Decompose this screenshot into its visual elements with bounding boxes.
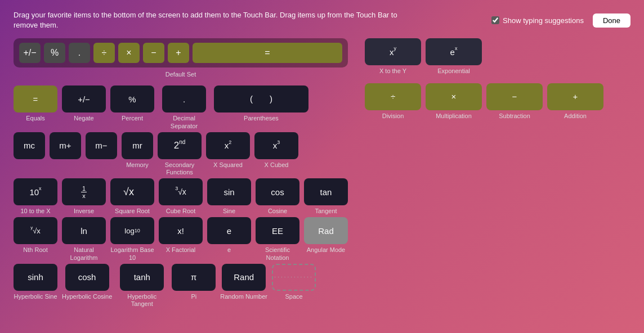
- exp-label: Exponential: [437, 68, 470, 75]
- log10-item: log10 Logarithm Base 10: [110, 217, 154, 261]
- left-panel: +/− % . ÷ × − + = Default Set = Equals +…: [14, 38, 348, 310]
- 10x-item: 10x 10 to the X: [14, 178, 57, 215]
- cosh-button[interactable]: cosh: [65, 264, 109, 291]
- space-button[interactable]: ············: [272, 264, 316, 291]
- typing-suggestions-checkbox[interactable]: [491, 16, 499, 24]
- default-set-bar: +/− % . ÷ × − + =: [14, 38, 348, 68]
- right-panel: xy X to the Y ex Exponential ÷ Division …: [365, 38, 630, 310]
- decimal-label: Decimal Separator: [159, 115, 209, 129]
- top-bar-right: Show typing suggestions Done: [491, 14, 630, 28]
- cos-button[interactable]: cos: [256, 178, 299, 205]
- xsquared-button[interactable]: x2: [206, 132, 250, 159]
- division-button[interactable]: ÷: [365, 83, 421, 110]
- percent-button[interactable]: %: [110, 86, 154, 112]
- e-label: e: [227, 246, 231, 254]
- ee-button[interactable]: EE: [256, 217, 299, 244]
- ds-key-divide[interactable]: ÷: [93, 43, 115, 63]
- ds-key-multiply[interactable]: ×: [118, 43, 140, 63]
- percent-label: Percent: [122, 115, 143, 122]
- top-bar: Drag your favorite items to the bottom o…: [0, 0, 644, 38]
- sin-item: sin Sine: [207, 178, 251, 215]
- secondary-label: SecondaryFunctions: [165, 161, 195, 176]
- ds-key-equals[interactable]: =: [193, 43, 342, 63]
- pi-button[interactable]: π: [172, 264, 216, 291]
- e-button[interactable]: e: [207, 217, 251, 244]
- nthroot-item: y√x Nth Root: [14, 217, 57, 261]
- checkbox-label[interactable]: Show typing suggestions: [491, 16, 584, 25]
- equals-label: Equals: [26, 115, 45, 122]
- xfactorial-button[interactable]: x!: [159, 217, 203, 244]
- division-label: Division: [382, 112, 404, 120]
- ds-key-dot[interactable]: .: [69, 43, 90, 63]
- ln-button[interactable]: ln: [62, 217, 106, 244]
- tan-item: tan Tangent: [304, 178, 348, 215]
- secondary-button[interactable]: 2nd: [158, 132, 202, 159]
- equals-button[interactable]: =: [14, 86, 57, 112]
- log10-button[interactable]: log10: [110, 217, 154, 244]
- xcubed-button[interactable]: x3: [254, 132, 298, 159]
- multiplication-button[interactable]: ×: [426, 83, 482, 110]
- nthroot-label: Nth Root: [23, 246, 47, 254]
- parentheses-item: ( ) Parentheses: [214, 86, 308, 129]
- sinh-item: sinh Hyperbolic Sine: [14, 264, 57, 308]
- ds-key-subtract[interactable]: −: [143, 43, 164, 63]
- inverse-button[interactable]: 1x: [62, 178, 106, 205]
- xtoy-button[interactable]: xy: [365, 38, 421, 65]
- subtraction-item: − Subtraction: [486, 83, 543, 120]
- default-set-label: Default Set: [14, 71, 348, 78]
- sin-label: Sine: [223, 208, 235, 215]
- rand-label: Random Number: [220, 293, 267, 300]
- row-4: y√x Nth Root ln Natural Logarithm log10 …: [14, 217, 348, 261]
- multiplication-item: × Multiplication: [426, 83, 482, 120]
- subtraction-button[interactable]: −: [486, 83, 543, 110]
- nthroot-button[interactable]: y√x: [14, 217, 57, 244]
- 10x-label: 10 to the X: [20, 208, 50, 215]
- cbrt-label: Cube Root: [166, 208, 196, 215]
- done-button[interactable]: Done: [593, 14, 630, 28]
- addition-item: + Addition: [547, 83, 603, 120]
- ds-key-percent[interactable]: %: [44, 43, 65, 63]
- rand-item: Rand Random Number: [220, 264, 267, 308]
- mc-item: mc: [14, 132, 45, 176]
- addition-button[interactable]: +: [547, 83, 603, 110]
- tanh-item: tanh Hyperbolic Tangent: [117, 264, 167, 308]
- parentheses-label: Parentheses: [244, 115, 279, 122]
- percent-item: % Percent: [110, 86, 154, 129]
- decimal-button[interactable]: .: [162, 86, 206, 112]
- negate-item: +/− Negate: [62, 86, 106, 129]
- mminus-button[interactable]: m−: [86, 132, 117, 159]
- rad-button[interactable]: Rad: [304, 217, 348, 244]
- division-item: ÷ Division: [365, 83, 421, 120]
- mc-button[interactable]: mc: [14, 132, 45, 159]
- cos-item: cos Cosine: [256, 178, 299, 215]
- rad-label: Angular Mode: [307, 246, 346, 254]
- svg-text:√x: √x: [123, 186, 134, 197]
- sqrt-button[interactable]: √x: [110, 178, 154, 205]
- ds-key-add[interactable]: +: [168, 43, 189, 63]
- mr-button[interactable]: mr: [122, 132, 153, 159]
- parentheses-button[interactable]: ( ): [214, 86, 308, 112]
- ee-item: EE Scientific Notation: [256, 217, 299, 261]
- tanh-button[interactable]: tanh: [120, 264, 164, 291]
- space-item: ············ Space: [272, 264, 316, 308]
- mplus-button[interactable]: m+: [50, 132, 81, 159]
- tan-label: Tangent: [315, 208, 337, 215]
- right-row-top: xy X to the Y ex Exponential: [365, 38, 630, 75]
- inverse-item: 1x Inverse: [62, 178, 106, 215]
- sinh-button[interactable]: sinh: [14, 264, 57, 291]
- row-5: sinh Hyperbolic Sine cosh Hyperbolic Cos…: [14, 264, 348, 308]
- sin-button[interactable]: sin: [207, 178, 251, 205]
- cbrt-button[interactable]: 3√x: [159, 178, 203, 205]
- tan-button[interactable]: tan: [304, 178, 348, 205]
- 10x-button[interactable]: 10x: [14, 178, 57, 205]
- ds-key-negpercent[interactable]: +/−: [19, 43, 41, 63]
- mr-item: mr Memory: [122, 132, 153, 176]
- equals-item: = Equals: [14, 86, 57, 129]
- rand-button[interactable]: Rand: [222, 264, 266, 291]
- inverse-label: Inverse: [74, 208, 94, 215]
- cbrt-item: 3√x Cube Root: [159, 178, 203, 215]
- exp-item: ex Exponential: [426, 38, 482, 75]
- exp-button[interactable]: ex: [426, 38, 482, 65]
- negate-button[interactable]: +/−: [62, 86, 106, 112]
- ln-item: ln Natural Logarithm: [62, 217, 106, 261]
